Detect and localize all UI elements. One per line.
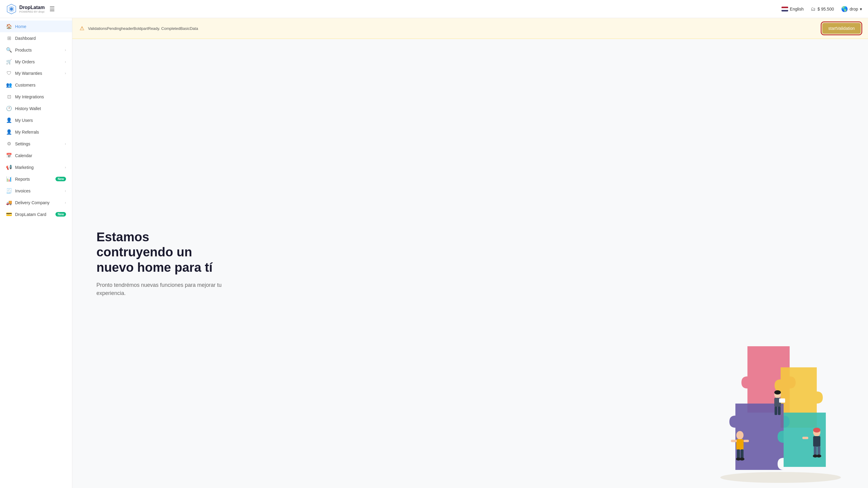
alert-text: ValidationsPendingheaderBoldpartReady. C… — [88, 26, 818, 31]
wallet-icon: 🗂 — [811, 6, 815, 12]
marketing-label: Marketing — [15, 165, 62, 170]
my-orders-icon: 🛒 — [6, 59, 12, 64]
my-orders-label: My Orders — [15, 59, 62, 64]
products-arrow: › — [65, 48, 66, 52]
user-menu-arrow: ▾ — [860, 7, 862, 11]
app-layout: 🏠 Home ⊞ Dashboard 🔍 Products › 🛒 My Ord… — [0, 18, 868, 488]
sidebar-item-my-referrals[interactable]: 👤 My Referrals — [0, 126, 72, 138]
start-validation-button[interactable]: startValidation — [822, 23, 861, 34]
my-orders-arrow: › — [65, 60, 66, 64]
my-users-icon: 👤 — [6, 117, 12, 123]
invoices-icon: 🧾 — [6, 188, 12, 194]
svg-rect-4 — [736, 439, 744, 450]
globe-icon: 🌎 — [841, 6, 848, 12]
sidebar-nav: 🏠 Home ⊞ Dashboard 🔍 Products › 🛒 My Ord… — [0, 18, 72, 223]
my-warranties-label: My Warranties — [15, 71, 62, 76]
my-referrals-label: My Referrals — [15, 130, 66, 135]
products-icon: 🔍 — [6, 47, 12, 53]
svg-point-20 — [774, 390, 781, 395]
hero-title: Estamos contruyendo un nuevo home para t… — [96, 230, 223, 275]
menu-toggle-button[interactable]: ☰ — [50, 5, 55, 13]
my-integrations-icon: ⊡ — [6, 94, 12, 99]
alert-icon: ⚠ — [80, 25, 84, 32]
reports-icon: 📊 — [6, 176, 12, 182]
logo-icon — [6, 4, 17, 15]
sidebar-item-droplatam-card[interactable]: 💳 DropLatam Card New — [0, 208, 72, 220]
top-header: DropLatam POWERED BY dropi ☰ English 🗂 $… — [0, 0, 868, 18]
alert-banner: ⚠ ValidationsPendingheaderBoldpartReady.… — [72, 18, 868, 39]
history-wallet-label: History Wallet — [15, 106, 66, 111]
my-referrals-icon: 👤 — [6, 129, 12, 135]
logo-name: DropLatam — [19, 5, 44, 10]
delivery-company-arrow: › — [65, 201, 66, 205]
puzzle-svg — [669, 343, 844, 488]
sidebar-item-calendar[interactable]: 📅 Calendar — [0, 150, 72, 161]
logo-sub: POWERED BY dropi — [19, 10, 44, 13]
svg-rect-22 — [775, 407, 777, 415]
svg-rect-13 — [813, 436, 820, 447]
hero-text: Estamos contruyendo un nuevo home para t… — [96, 230, 223, 297]
sidebar-item-products[interactable]: 🔍 Products › — [0, 44, 72, 56]
flag-icon — [781, 7, 788, 11]
sidebar-item-customers[interactable]: 👥 Customers — [0, 79, 72, 91]
svg-rect-6 — [741, 450, 744, 458]
sidebar-item-settings[interactable]: ⚙ Settings › — [0, 138, 72, 150]
delivery-company-icon: 🚚 — [6, 200, 12, 205]
language-selector[interactable]: English — [781, 7, 804, 11]
calendar-icon: 📅 — [6, 153, 12, 159]
svg-rect-10 — [744, 440, 749, 442]
hero-illustration — [669, 343, 844, 488]
my-integrations-label: My Integrations — [15, 94, 66, 99]
main-content: ⚠ ValidationsPendingheaderBoldpartReady.… — [72, 18, 868, 488]
invoices-label: Invoices — [15, 189, 62, 193]
sidebar-item-marketing[interactable]: 📢 Marketing › — [0, 161, 72, 173]
sidebar-item-invoices[interactable]: 🧾 Invoices › — [0, 185, 72, 197]
sidebar: 🏠 Home ⊞ Dashboard 🔍 Products › 🛒 My Ord… — [0, 18, 72, 488]
sidebar-item-reports[interactable]: 📊 Reports New — [0, 173, 72, 185]
hero-subtitle: Pronto tendrémos nuevas funciones para m… — [96, 281, 223, 297]
dashboard-icon: ⊞ — [6, 35, 12, 41]
home-label: Home — [15, 24, 66, 29]
products-label: Products — [15, 48, 62, 53]
svg-rect-14 — [814, 447, 817, 455]
sidebar-item-my-users[interactable]: 👤 My Users — [0, 114, 72, 126]
my-users-label: My Users — [15, 118, 66, 123]
sidebar-item-my-warranties[interactable]: 🛡 My Warranties › — [0, 67, 72, 79]
history-wallet-icon: 🕐 — [6, 106, 12, 111]
settings-label: Settings — [15, 141, 62, 146]
language-label: English — [790, 7, 804, 11]
balance-amount: $ 95.500 — [817, 7, 834, 11]
svg-point-3 — [736, 431, 744, 439]
sidebar-item-my-integrations[interactable]: ⊡ My Integrations — [0, 91, 72, 103]
droplatam-card-icon: 💳 — [6, 211, 12, 217]
svg-rect-23 — [778, 407, 781, 415]
hero-section: Estamos contruyendo un nuevo home para t… — [72, 39, 868, 488]
my-warranties-arrow: › — [65, 71, 66, 76]
reports-label: Reports — [15, 177, 53, 181]
sidebar-item-home[interactable]: 🏠 Home — [0, 21, 72, 32]
wallet-balance: 🗂 $ 95.500 — [811, 6, 834, 12]
my-warranties-icon: 🛡 — [6, 70, 12, 76]
svg-point-8 — [740, 458, 744, 461]
logo-area: DropLatam POWERED BY dropi — [6, 4, 44, 15]
user-name: drop — [849, 7, 858, 11]
sidebar-item-history-wallet[interactable]: 🕐 History Wallet — [0, 103, 72, 114]
settings-arrow: › — [65, 142, 66, 146]
svg-rect-15 — [817, 447, 820, 455]
svg-point-17 — [816, 455, 821, 458]
svg-rect-18 — [802, 437, 808, 439]
marketing-icon: 📢 — [6, 164, 12, 170]
user-menu[interactable]: 🌎 drop ▾ — [841, 6, 862, 12]
customers-icon: 👥 — [6, 82, 12, 88]
sidebar-item-dashboard[interactable]: ⊞ Dashboard — [0, 32, 72, 44]
sidebar-item-delivery-company[interactable]: 🚚 Delivery Company › — [0, 197, 72, 208]
sidebar-item-my-orders[interactable]: 🛒 My Orders › — [0, 56, 72, 67]
settings-icon: ⚙ — [6, 141, 12, 147]
header-right: English 🗂 $ 95.500 🌎 drop ▾ — [781, 6, 862, 12]
svg-rect-5 — [737, 450, 740, 458]
marketing-arrow: › — [65, 165, 66, 170]
svg-rect-9 — [731, 440, 737, 442]
calendar-label: Calendar — [15, 153, 66, 158]
home-icon: 🏠 — [6, 24, 12, 29]
delivery-company-label: Delivery Company — [15, 200, 62, 205]
